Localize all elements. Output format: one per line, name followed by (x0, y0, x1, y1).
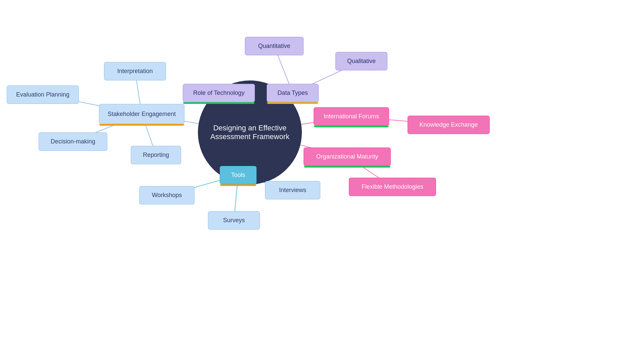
tech-bar (183, 102, 255, 104)
node-evaluation-planning[interactable]: Evaluation Planning (7, 85, 79, 104)
maturity-bar (304, 166, 390, 168)
node-reporting[interactable]: Reporting (131, 146, 181, 164)
forums-bar (314, 126, 389, 127)
node-qualitative[interactable]: Qualitative (335, 52, 387, 70)
node-decision-making[interactable]: Decision-making (39, 132, 107, 151)
node-surveys[interactable]: Surveys (208, 211, 260, 230)
node-flexible-methodologies[interactable]: Flexible Methodologies (349, 178, 436, 196)
stakeholder-bar (99, 124, 184, 126)
node-international-forums[interactable]: International Forums (314, 107, 389, 126)
node-workshops[interactable]: Workshops (139, 186, 195, 204)
node-interviews[interactable]: Interviews (265, 181, 320, 199)
node-interpretation[interactable]: Interpretation (104, 62, 166, 80)
center-label: Designing an Effective Assessment Framew… (205, 124, 295, 141)
node-stakeholder-engagement[interactable]: Stakeholder Engagement (99, 104, 184, 124)
node-role-of-technology[interactable]: Role of Technology (183, 84, 255, 102)
node-data-types[interactable]: Data Types (267, 84, 319, 102)
node-knowledge-exchange[interactable]: Knowledge Exchange (408, 116, 490, 134)
node-organizational-maturity[interactable]: Organizational Maturity (304, 147, 391, 166)
tools-bar (220, 184, 256, 186)
node-quantitative[interactable]: Quantitative (245, 37, 304, 55)
node-tools[interactable]: Tools (220, 166, 257, 184)
datatypes-bar (267, 102, 318, 104)
